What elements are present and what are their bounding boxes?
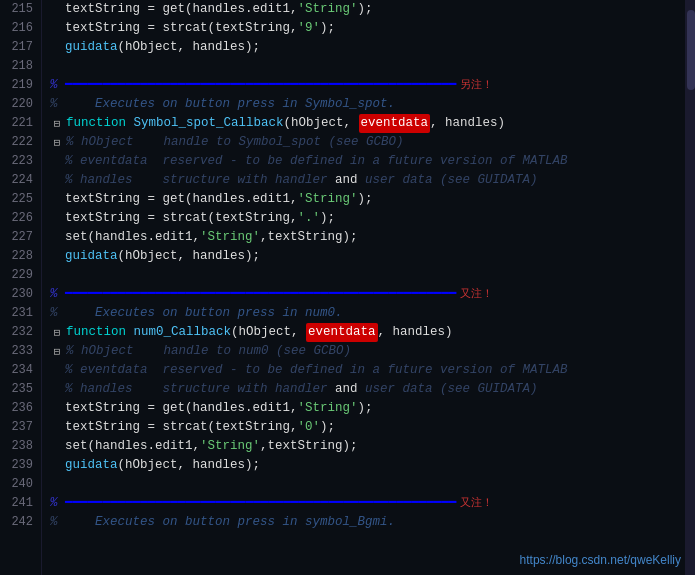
code-line-241: % ━━━━━━━━━━━━━━━━━━━━━━━━━━━━━━━━━━━━━━…	[50, 494, 695, 513]
code-text: % eventdata reserved - to be defined in …	[50, 152, 568, 171]
line-numbers: 215 216 217 218 219 220 221 222 223 224 …	[0, 0, 42, 575]
code-line-220: % Executes on button press in Symbol_spo…	[50, 95, 695, 114]
expand-icon-221[interactable]: ⊟	[50, 117, 64, 131]
expand-icon-232[interactable]: ⊟	[50, 326, 64, 340]
code-line-227: set(handles.edit1,'String',textString);	[50, 228, 695, 247]
code-line-218	[50, 57, 695, 76]
code-text: % handles structure with handler and use…	[50, 380, 538, 399]
code-line-239: guidata(hObject, handles);	[50, 456, 695, 475]
code-line-236: textString = get(handles.edit1,'String')…	[50, 399, 695, 418]
code-text: textString = strcat(textString,'.');	[50, 209, 335, 228]
eventdata-highlight-232: eventdata	[306, 323, 378, 342]
watermark: https://blog.csdn.net/qweKelliy	[520, 553, 681, 567]
expand-icon-222[interactable]: ⊟	[50, 136, 64, 150]
line-num-229: 229	[0, 266, 33, 285]
code-line-238: set(handles.edit1,'String',textString);	[50, 437, 695, 456]
code-text: % handles structure with handler and use…	[50, 171, 538, 190]
code-line-230: % ━━━━━━━━━━━━━━━━━━━━━━━━━━━━━━━━━━━━━━…	[50, 285, 695, 304]
line-num-220: 220	[0, 95, 33, 114]
code-text: set(handles.edit1,'String',textString);	[50, 437, 358, 456]
code-text: guidata(hObject, handles);	[50, 247, 260, 266]
code-text: guidata(hObject, handles);	[50, 38, 260, 57]
eventdata-highlight-221: eventdata	[359, 114, 431, 133]
code-line-223: % eventdata reserved - to be defined in …	[50, 152, 695, 171]
line-num-227: 227	[0, 228, 33, 247]
line-num-233: 233	[0, 342, 33, 361]
scrollbar-thumb[interactable]	[687, 10, 695, 90]
line-num-219: 219	[0, 76, 33, 95]
code-line-217: guidata(hObject, handles);	[50, 38, 695, 57]
code-text: textString = get(handles.edit1,'String')…	[50, 399, 373, 418]
separator-comment-241: % ━━━━━━━━━━━━━━━━━━━━━━━━━━━━━━━━━━━━━━…	[50, 494, 456, 513]
code-area[interactable]: textString = get(handles.edit1,'String')…	[42, 0, 695, 575]
line-num-217: 217	[0, 38, 33, 57]
line-num-231: 231	[0, 304, 33, 323]
line-num-216: 216	[0, 19, 33, 38]
code-text: textString = get(handles.edit1,'String')…	[50, 0, 373, 19]
code-line-219: % ━━━━━━━━━━━━━━━━━━━━━━━━━━━━━━━━━━━━━━…	[50, 76, 695, 95]
code-line-229	[50, 266, 695, 285]
code-text: % eventdata reserved - to be defined in …	[50, 361, 568, 380]
line-num-236: 236	[0, 399, 33, 418]
line-num-223: 223	[0, 152, 33, 171]
code-text: set(handles.edit1,'String',textString);	[50, 228, 358, 247]
code-line-235: % handles structure with handler and use…	[50, 380, 695, 399]
code-text: textString = strcat(textString,'0');	[50, 418, 335, 437]
line-num-242: 242	[0, 513, 33, 532]
line-num-240: 240	[0, 475, 33, 494]
line-num-234: 234	[0, 361, 33, 380]
code-line-215: textString = get(handles.edit1,'String')…	[50, 0, 695, 19]
line-num-218: 218	[0, 57, 33, 76]
code-text: textString = strcat(textString,'9');	[50, 19, 335, 38]
code-line-231: % Executes on button press in num0.	[50, 304, 695, 323]
code-line-240	[50, 475, 695, 494]
line-num-232: 232	[0, 323, 33, 342]
expand-icon-233[interactable]: ⊟	[50, 345, 64, 359]
code-line-226: textString = strcat(textString,'.');	[50, 209, 695, 228]
line-num-226: 226	[0, 209, 33, 228]
code-text: textString = get(handles.edit1,'String')…	[50, 190, 373, 209]
code-line-224: % handles structure with handler and use…	[50, 171, 695, 190]
line-num-235: 235	[0, 380, 33, 399]
separator-comment: % ━━━━━━━━━━━━━━━━━━━━━━━━━━━━━━━━━━━━━━…	[50, 76, 456, 95]
code-line-232: ⊟function num0_Callback(hObject, eventda…	[50, 323, 695, 342]
code-line-234: % eventdata reserved - to be defined in …	[50, 361, 695, 380]
code-line-228: guidata(hObject, handles);	[50, 247, 695, 266]
line-num-241: 241	[0, 494, 33, 513]
separator-comment-230: % ━━━━━━━━━━━━━━━━━━━━━━━━━━━━━━━━━━━━━━…	[50, 285, 456, 304]
line-num-230: 230	[0, 285, 33, 304]
line-num-228: 228	[0, 247, 33, 266]
code-line-233: ⊟% hObject handle to num0 (see GCBO)	[50, 342, 695, 361]
line-num-238: 238	[0, 437, 33, 456]
line-num-221: 221	[0, 114, 33, 133]
scrollbar[interactable]	[685, 0, 695, 575]
code-line-225: textString = get(handles.edit1,'String')…	[50, 190, 695, 209]
code-text: % Executes on button press in num0.	[50, 304, 343, 323]
code-line-242: % Executes on button press in symbol_Bgm…	[50, 513, 695, 532]
code-text: guidata(hObject, handles);	[50, 456, 260, 475]
code-text: % Executes on button press in Symbol_spo…	[50, 95, 395, 114]
code-line-216: textString = strcat(textString,'9');	[50, 19, 695, 38]
editor-container: 215 216 217 218 219 220 221 222 223 224 …	[0, 0, 695, 575]
line-num-222: 222	[0, 133, 33, 152]
code-line-222: ⊟% hObject handle to Symbol_spot (see GC…	[50, 133, 695, 152]
code-line-221: ⊟function Symbol_spot_Callback(hObject, …	[50, 114, 695, 133]
line-num-215: 215	[0, 0, 33, 19]
code-text: % Executes on button press in symbol_Bgm…	[50, 513, 395, 532]
line-num-237: 237	[0, 418, 33, 437]
line-num-225: 225	[0, 190, 33, 209]
code-line-237: textString = strcat(textString,'0');	[50, 418, 695, 437]
line-num-224: 224	[0, 171, 33, 190]
line-num-239: 239	[0, 456, 33, 475]
